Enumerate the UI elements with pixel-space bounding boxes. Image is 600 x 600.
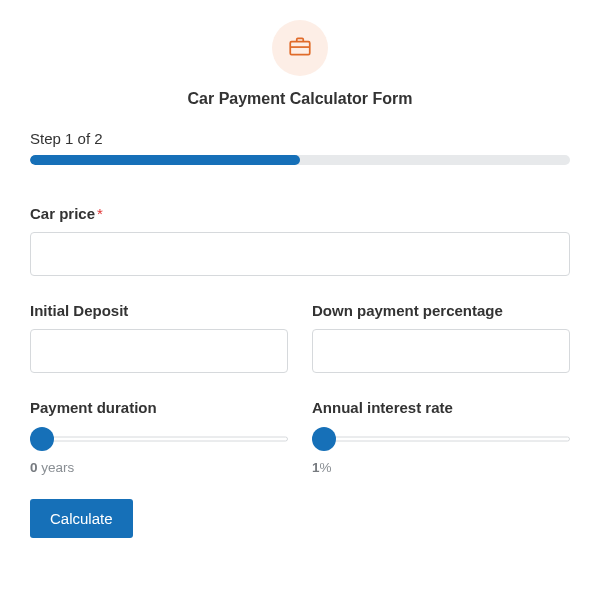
page-title: Car Payment Calculator Form xyxy=(30,90,570,108)
initial-deposit-input[interactable] xyxy=(30,329,288,373)
payment-duration-slider[interactable] xyxy=(30,426,288,452)
step-label: Step 1 of 2 xyxy=(30,130,570,147)
down-payment-label: Down payment percentage xyxy=(312,302,570,319)
svg-rect-0 xyxy=(290,42,310,55)
slider-track xyxy=(312,437,570,442)
briefcase-icon xyxy=(287,33,313,63)
annual-rate-value: 1% xyxy=(312,460,570,475)
header-icon-circle xyxy=(272,20,328,76)
down-payment-input[interactable] xyxy=(312,329,570,373)
annual-rate-slider[interactable] xyxy=(312,426,570,452)
progress-fill xyxy=(30,155,300,165)
payment-duration-number: 0 xyxy=(30,460,38,475)
slider-thumb[interactable] xyxy=(30,427,54,451)
annual-rate-number: 1 xyxy=(312,460,320,475)
calculate-button[interactable]: Calculate xyxy=(30,499,133,538)
slider-thumb[interactable] xyxy=(312,427,336,451)
payment-duration-unit: years xyxy=(38,460,75,475)
initial-deposit-label: Initial Deposit xyxy=(30,302,288,319)
annual-rate-unit: % xyxy=(320,460,332,475)
progress-bar xyxy=(30,155,570,165)
payment-duration-label: Payment duration xyxy=(30,399,288,416)
car-price-input[interactable] xyxy=(30,232,570,276)
slider-track xyxy=(30,437,288,442)
annual-rate-label: Annual interest rate xyxy=(312,399,570,416)
car-price-label: Car price* xyxy=(30,205,570,222)
payment-duration-value: 0 years xyxy=(30,460,288,475)
car-price-label-text: Car price xyxy=(30,205,95,222)
required-mark: * xyxy=(97,205,103,222)
